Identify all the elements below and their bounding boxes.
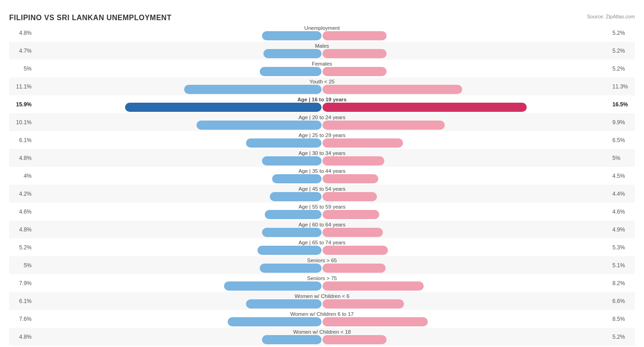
left-value: 5.2% bbox=[9, 244, 34, 251]
bars-row bbox=[34, 49, 610, 58]
bar-label: Youth < 25 bbox=[310, 79, 335, 84]
filipino-bar bbox=[262, 335, 322, 344]
srilankan-bar bbox=[322, 67, 387, 76]
left-value: 10.1% bbox=[9, 119, 34, 126]
right-bar-wrap bbox=[322, 138, 610, 148]
bar-label: Age | 45 to 54 years bbox=[299, 186, 346, 192]
right-bar-wrap bbox=[322, 281, 610, 291]
right-bar-wrap bbox=[322, 317, 610, 326]
bar-label: Age | 30 to 34 years bbox=[299, 150, 346, 156]
srilankan-bar bbox=[322, 317, 428, 326]
bar-label: Age | 55 to 59 years bbox=[299, 204, 346, 209]
filipino-bar bbox=[184, 85, 322, 94]
right-bar-wrap bbox=[322, 228, 610, 237]
filipino-bar bbox=[260, 264, 322, 273]
filipino-bar bbox=[246, 299, 322, 308]
left-value: 4.7% bbox=[9, 48, 34, 54]
srilankan-bar bbox=[322, 281, 424, 291]
right-value: 4.4% bbox=[610, 191, 635, 197]
chart-container: FILIPINO VS SRI LANKAN UNEMPLOYMENT Sour… bbox=[9, 9, 635, 347]
filipino-bar bbox=[246, 138, 322, 148]
left-value: 7.6% bbox=[9, 316, 34, 322]
bar-container: Age | 16 to 19 years bbox=[34, 97, 610, 112]
left-bar-wrap bbox=[34, 121, 322, 130]
srilankan-bar bbox=[322, 246, 388, 255]
filipino-bar bbox=[262, 228, 322, 237]
left-bar-wrap bbox=[34, 103, 322, 112]
srilankan-bar bbox=[322, 228, 383, 237]
left-value: 4.6% bbox=[9, 209, 34, 215]
chart-row: 6.1%Age | 25 to 29 years6.5% bbox=[9, 131, 635, 149]
bars-row bbox=[34, 67, 610, 76]
right-value: 8.2% bbox=[610, 280, 635, 286]
bar-label: Unemployment bbox=[304, 25, 339, 31]
right-value: 5.2% bbox=[610, 66, 635, 72]
left-value: 4.8% bbox=[9, 155, 34, 161]
right-value: 6.6% bbox=[610, 298, 635, 304]
chart-source: Source: ZipAtlas.com bbox=[587, 14, 635, 19]
bar-container: Seniors > 75 bbox=[34, 275, 610, 291]
bar-label: Age | 16 to 19 years bbox=[297, 97, 346, 102]
bar-label: Age | 65 to 74 years bbox=[299, 240, 346, 245]
filipino-bar bbox=[224, 281, 322, 291]
chart-row: 10.1%Age | 20 to 24 years9.9% bbox=[9, 113, 635, 131]
left-value: 4.8% bbox=[9, 226, 34, 233]
chart-row: 7.6%Women w/ Children 6 to 178.5% bbox=[9, 310, 635, 328]
filipino-bar bbox=[196, 121, 322, 130]
left-bar-wrap bbox=[34, 299, 322, 308]
bar-container: Age | 30 to 34 years bbox=[34, 150, 610, 165]
srilankan-bar bbox=[322, 121, 445, 130]
right-value: 5.1% bbox=[610, 262, 635, 269]
bar-label: Males bbox=[315, 43, 329, 49]
filipino-bar bbox=[272, 174, 322, 183]
bars-row bbox=[34, 103, 610, 112]
bars-row bbox=[34, 264, 610, 273]
chart-row: 4.8%Unemployment5.2% bbox=[9, 24, 635, 42]
right-value: 5.2% bbox=[610, 30, 635, 36]
chart-row: 15.9%Age | 16 to 19 years16.5% bbox=[9, 95, 635, 113]
srilankan-bar bbox=[322, 264, 386, 273]
filipino-bar bbox=[262, 31, 322, 40]
bar-container: Age | 65 to 74 years bbox=[34, 240, 610, 255]
right-value: 5% bbox=[610, 155, 635, 161]
chart-row: 4.7%Males5.2% bbox=[9, 42, 635, 60]
bars-row bbox=[34, 299, 610, 308]
bar-container: Females bbox=[34, 61, 610, 76]
bar-container: Youth < 25 bbox=[34, 79, 610, 94]
right-value: 5.3% bbox=[610, 244, 635, 251]
left-value: 5% bbox=[9, 66, 34, 72]
right-bar-wrap bbox=[322, 156, 610, 165]
left-bar-wrap bbox=[34, 317, 322, 326]
chart-row: 4%Age | 35 to 44 years4.5% bbox=[9, 167, 635, 185]
bars-row bbox=[34, 317, 610, 326]
srilankan-bar bbox=[322, 174, 378, 183]
right-bar-wrap bbox=[322, 85, 610, 94]
chart-row: 4.2%Age | 45 to 54 years4.4% bbox=[9, 185, 635, 203]
bar-container: Unemployment bbox=[34, 25, 610, 40]
chart-row: 11.1%Youth < 2511.3% bbox=[9, 77, 635, 95]
chart-row: 5%Seniors > 655.1% bbox=[9, 256, 635, 274]
bar-container: Age | 25 to 29 years bbox=[34, 132, 610, 148]
right-value: 9.9% bbox=[610, 119, 635, 126]
right-bar-wrap bbox=[322, 335, 610, 344]
right-bar-wrap bbox=[322, 121, 610, 130]
left-bar-wrap bbox=[34, 67, 322, 76]
left-value: 5% bbox=[9, 262, 34, 269]
bar-container: Women w/ Children 6 to 17 bbox=[34, 311, 610, 326]
left-bar-wrap bbox=[34, 174, 322, 183]
left-bar-wrap bbox=[34, 192, 322, 201]
chart-row: 4.8%Age | 30 to 34 years5% bbox=[9, 149, 635, 167]
srilankan-bar bbox=[322, 49, 387, 58]
bar-container: Males bbox=[34, 43, 610, 58]
bar-label: Women w/ Children < 6 bbox=[295, 293, 349, 299]
left-bar-wrap bbox=[34, 138, 322, 148]
left-bar-wrap bbox=[34, 264, 322, 273]
left-bar-wrap bbox=[34, 228, 322, 237]
bar-label: Females bbox=[312, 61, 332, 66]
left-value: 4% bbox=[9, 173, 34, 179]
bar-container: Age | 55 to 59 years bbox=[34, 204, 610, 219]
filipino-bar bbox=[228, 317, 322, 326]
chart-row: 6.1%Women w/ Children < 66.6% bbox=[9, 292, 635, 310]
bars-row bbox=[34, 210, 610, 219]
srilankan-bar bbox=[322, 299, 404, 308]
